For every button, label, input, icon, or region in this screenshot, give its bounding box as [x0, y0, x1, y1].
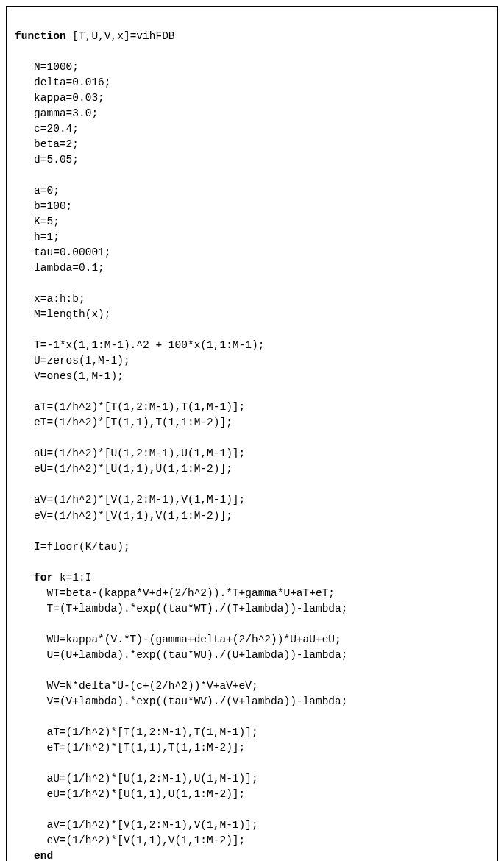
code-line: I=floor(K/tau);	[15, 539, 130, 555]
code-line: aT=(1/h^2)*[T(1,2:M-1),T(1,M-1)];	[15, 400, 245, 415]
code-line: aV=(1/h^2)*[V(1,2:M-1),V(1,M-1)];	[15, 818, 258, 833]
code-line: WU=kappa*(V.*T)-(gamma+delta+(2/h^2))*U+…	[15, 632, 341, 648]
code-line: kappa=0.03;	[15, 91, 104, 106]
code-line: T=-1*x(1,1:M-1).^2 + 100*x(1,1:M-1);	[15, 338, 264, 353]
keyword-end: end	[15, 848, 53, 861]
code-line: WT=beta-(kappa*V+d+(2/h^2)).*T+gamma*U+a…	[15, 586, 335, 601]
code-line: gamma=3.0;	[15, 106, 98, 121]
code-line: eT=(1/h^2)*[T(1,1),T(1,1:M-2)];	[15, 740, 245, 756]
code-line: aU=(1/h^2)*[U(1,2:M-1),U(1,M-1)];	[15, 446, 245, 461]
code-line: b=100;	[15, 199, 72, 214]
code-line: eV=(1/h^2)*[V(1,1),V(1,1:M-2)];	[15, 833, 245, 848]
code-line: M=length(x);	[15, 307, 111, 322]
code-line: T=(T+lambda).*exp((tau*WT)./(T+lambda))-…	[15, 601, 347, 617]
code-line: for k=1:I	[15, 570, 91, 586]
code-line: aU=(1/h^2)*[U(1,2:M-1),U(1,M-1)];	[15, 771, 258, 787]
code-line: K=5;	[15, 214, 60, 230]
code-line: U=(U+lambda).*exp((tau*WU)./(U+lambda))-…	[15, 648, 347, 663]
code-line: N=1000;	[15, 60, 79, 75]
code-line: d=5.05;	[15, 152, 79, 168]
code-line: c=20.4;	[15, 121, 79, 137]
code-line: tau=0.00001;	[15, 245, 111, 261]
code-listing: function [T,U,V,x]=vihFDB N=1000; delta=…	[6, 6, 498, 861]
code-line: U=zeros(1,M-1);	[15, 353, 130, 369]
code-line: beta=2;	[15, 137, 79, 152]
code-line: aT=(1/h^2)*[T(1,2:M-1),T(1,M-1)];	[15, 725, 258, 740]
keyword-for: for	[34, 572, 53, 584]
keyword-function: function	[15, 30, 66, 42]
code-line: h=1;	[15, 230, 60, 245]
code-line: eT=(1/h^2)*[T(1,1),T(1,1:M-2)];	[15, 415, 233, 431]
code-line: lambda=0.1;	[15, 261, 104, 276]
code-line: eU=(1/h^2)*[U(1,1),U(1,1:M-2)];	[15, 461, 233, 477]
code-line: WV=N*delta*U-(c+(2/h^2))*V+aV+eV;	[15, 678, 258, 694]
code-line: eU=(1/h^2)*[U(1,1),U(1,1:M-2)];	[15, 787, 245, 802]
code-line: V=(V+lambda).*exp((tau*WV)./(V+lambda))-…	[15, 694, 347, 709]
code-line: a=0;	[15, 183, 60, 199]
code-line: delta=0.016;	[15, 75, 111, 91]
code-line: aV=(1/h^2)*[V(1,2:M-1),V(1,M-1)];	[15, 492, 245, 508]
code-line: x=a:h:b;	[15, 291, 85, 307]
code-line: function [T,U,V,x]=vihFDB	[15, 30, 175, 42]
code-line: eV=(1/h^2)*[V(1,1),V(1,1:M-2)];	[15, 509, 233, 524]
code-line: V=ones(1,M-1);	[15, 369, 124, 384]
